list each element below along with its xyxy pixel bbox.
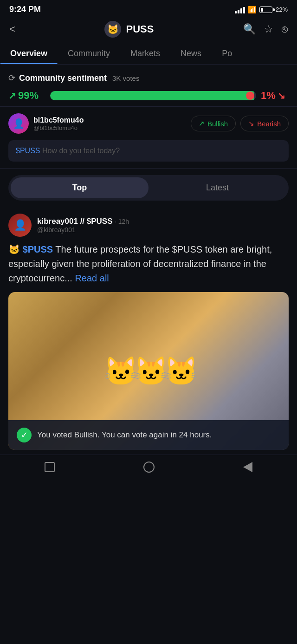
sentiment-votes: 3K votes [112, 74, 139, 82]
bullish-percentage: ↗ 99% [8, 90, 45, 102]
post-cat-emoji: 🐱 [8, 244, 20, 254]
share-icon[interactable]: ⎋ [282, 23, 288, 35]
bullish-arrow-icon: ↗ [8, 90, 16, 101]
post-image: 🐱🐱🐱 ✓ You voted Bullish. You can vote ag… [8, 292, 289, 450]
toggle-top[interactable]: Top [11, 177, 148, 198]
bearish-button[interactable]: ↘ Bearish [240, 116, 289, 131]
post-username: kibreay001 // $PUSS [37, 217, 113, 226]
voter-avatar: 👤 [8, 113, 29, 134]
token-title: 🐱 PUSS [104, 21, 154, 38]
status-icons: 📶 22% [235, 6, 288, 14]
voter-handle: @bl1bc5fomu4o [33, 124, 84, 131]
post-name-row: kibreay001 // $PUSS · 12h [37, 217, 129, 226]
back-button[interactable]: < [9, 23, 15, 35]
vote-section: 👤 bl1bc5fomu4o @bl1bc5fomu4o ↗ Bullish ↘… [0, 107, 297, 169]
token-name: PUSS [126, 23, 154, 35]
nav-circle-icon[interactable] [143, 462, 155, 473]
post-time: · 12h [115, 218, 129, 225]
sentiment-section: ⟳ Community sentiment 3K votes ↗ 99% 1% … [0, 65, 297, 107]
header-actions: 🔍 ☆ ⎋ [243, 23, 288, 35]
tab-news[interactable]: News [170, 43, 212, 64]
post-meta: kibreay001 // $PUSS · 12h @kibreay001 [37, 217, 129, 234]
voted-banner: ✓ You voted Bullish. You can vote again … [8, 420, 289, 450]
bearish-dot [246, 91, 254, 100]
voter-row: 👤 bl1bc5fomu4o @bl1bc5fomu4o ↗ Bullish ↘… [8, 113, 289, 134]
search-icon[interactable]: 🔍 [243, 23, 256, 35]
tab-markets[interactable]: Markets [120, 43, 170, 64]
star-icon[interactable]: ☆ [264, 23, 273, 35]
read-all-link[interactable]: Read all [75, 273, 109, 283]
voter-info: 👤 bl1bc5fomu4o @bl1bc5fomu4o [8, 113, 84, 134]
battery-pct: 22% [276, 6, 288, 13]
voter-name: bl1bc5fomu4o [33, 116, 84, 124]
tab-po[interactable]: Po [212, 43, 242, 64]
token-icon: 🐱 [104, 21, 121, 38]
battery-icon: 22% [259, 6, 288, 13]
sentiment-bar-fill [50, 91, 254, 100]
post-avatar: 👤 [8, 214, 32, 237]
sentiment-bar-track [50, 91, 256, 100]
tab-bar: Overview Community Markets News Po [0, 43, 297, 65]
comment-placeholder: How do you feel today? [42, 147, 120, 155]
post-body: 🐱 $PUSS The future prospects for the $PU… [8, 242, 289, 286]
header: < 🐱 PUSS 🔍 ☆ ⎋ [0, 17, 297, 43]
bearish-button-arrow: ↘ [248, 119, 254, 128]
sentiment-header: ⟳ Community sentiment 3K votes [8, 73, 289, 83]
post-filter-toggle: Top Latest [8, 175, 289, 201]
status-time: 9:24 PM [9, 5, 41, 14]
voter-details: bl1bc5fomu4o @bl1bc5fomu4o [33, 116, 84, 131]
wifi-icon: 📶 [248, 6, 257, 14]
voted-text: You voted Bullish. You can vote again in… [37, 429, 212, 441]
signal-bars-icon [235, 6, 245, 13]
bearish-button-label: Bearish [257, 120, 281, 128]
post-ticker: $PUSS [23, 244, 53, 254]
tab-community[interactable]: Community [58, 43, 120, 64]
bearish-percentage: 1% ↘ [261, 90, 289, 102]
nav-back-icon[interactable] [243, 462, 252, 472]
bullish-button-arrow: ↗ [199, 119, 205, 128]
post-section: 👤 kibreay001 // $PUSS · 12h @kibreay001 … [0, 207, 297, 450]
bearish-arrow-icon: ↘ [278, 90, 285, 101]
nav-square-icon[interactable] [45, 462, 55, 472]
toggle-latest[interactable]: Latest [148, 177, 286, 198]
bullish-button-label: Bullish [207, 120, 228, 128]
bottom-navigation [0, 455, 297, 477]
post-avatar-image: 👤 [8, 214, 32, 237]
tab-overview[interactable]: Overview [0, 43, 58, 64]
voted-check-icon: ✓ [17, 428, 32, 442]
post-handle: @kibreay001 [37, 226, 129, 234]
comment-input[interactable]: $PUSS How do you feel today? [8, 140, 289, 162]
comment-ticker: $PUSS [16, 147, 40, 155]
status-bar: 9:24 PM 📶 22% [0, 0, 297, 17]
sentiment-bar-row: ↗ 99% 1% ↘ [8, 90, 289, 102]
bullish-button[interactable]: ↗ Bullish [191, 116, 236, 131]
sentiment-icon: ⟳ [8, 73, 15, 83]
post-header: 👤 kibreay001 // $PUSS · 12h @kibreay001 [8, 214, 289, 237]
sentiment-title: Community sentiment [19, 73, 107, 83]
vote-buttons: ↗ Bullish ↘ Bearish [191, 116, 289, 131]
